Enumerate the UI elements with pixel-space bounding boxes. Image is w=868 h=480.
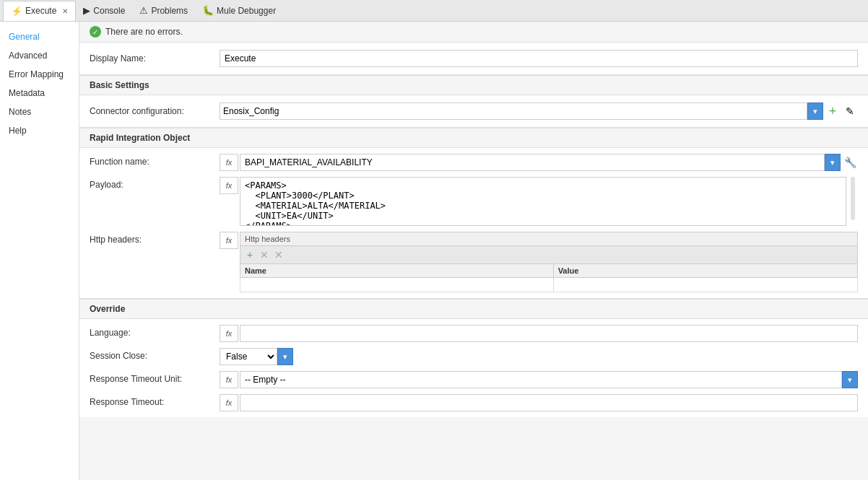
- language-fx-btn[interactable]: fx: [220, 325, 238, 342]
- basic-settings-title: Basic Settings: [79, 75, 868, 95]
- connector-config-dropdown-btn[interactable]: ▾: [807, 102, 823, 120]
- display-name-label: Display Name:: [90, 53, 220, 64]
- session-close-label: Session Close:: [90, 348, 220, 361]
- rio-title: Rapid Integration Object: [79, 128, 868, 148]
- function-name-input[interactable]: [240, 154, 825, 171]
- payload-textarea[interactable]: <PARAMS> <PLANT>3000</PLANT> <MATERIAL>A…: [240, 177, 846, 226]
- display-name-section: Display Name:: [79, 43, 868, 75]
- session-close-select[interactable]: False True: [220, 348, 277, 365]
- http-table-row: [240, 278, 858, 292]
- session-close-dropdown-btn[interactable]: ▾: [277, 348, 293, 365]
- http-table-name-cell: [240, 278, 554, 292]
- http-headers-add-btn[interactable]: +: [243, 248, 256, 261]
- connector-config-select[interactable]: Enosix_Config: [220, 102, 807, 120]
- mule-icon: 🐛: [202, 5, 214, 16]
- payload-fx-btn[interactable]: fx: [220, 177, 238, 194]
- language-input[interactable]: [240, 325, 858, 342]
- payload-label: Payload:: [90, 177, 220, 190]
- http-headers-del-btn2[interactable]: ✕: [272, 248, 285, 261]
- status-bar: ✓ There are no errors.: [79, 22, 868, 43]
- connector-config-label: Connector configuration:: [90, 106, 220, 116]
- tab-close-button[interactable]: ✕: [62, 7, 68, 15]
- sidebar-item-notes[interactable]: Notes: [0, 102, 79, 121]
- override-section: Language: fx Session Close: False True ▾: [79, 319, 868, 417]
- function-name-magic-btn[interactable]: 🔧: [842, 154, 858, 170]
- connector-config-edit-btn[interactable]: ✎: [842, 103, 858, 119]
- function-name-content: ▾ 🔧: [240, 154, 858, 171]
- response-timeout-fx-btn[interactable]: fx: [220, 394, 238, 411]
- fx-icon: fx: [226, 158, 233, 167]
- status-icon: ✓: [90, 26, 101, 38]
- payload-fx-icon: fx: [226, 181, 233, 190]
- response-timeout-unit-fx-icon: fx: [226, 375, 233, 384]
- execute-icon: ⚡: [11, 6, 22, 17]
- http-table-name-header: Name: [240, 264, 554, 278]
- tab-execute-label: Execute: [25, 6, 56, 16]
- sidebar-item-advanced[interactable]: Advanced: [0, 46, 79, 65]
- response-timeout-fx-icon: fx: [226, 398, 233, 407]
- sidebar: General Advanced Error Mapping Metadata …: [0, 22, 79, 480]
- session-close-wrapper: False True ▾: [220, 348, 293, 365]
- display-name-input[interactable]: [220, 50, 858, 67]
- sidebar-item-metadata[interactable]: Metadata: [0, 84, 79, 102]
- tab-problems[interactable]: ⚠ Problems: [132, 1, 195, 21]
- main-layout: General Advanced Error Mapping Metadata …: [0, 22, 868, 480]
- tab-mule-label: Mule Debugger: [217, 6, 276, 16]
- connector-config-row: Connector configuration: Enosix_Config ▾…: [90, 102, 858, 120]
- display-name-row: Display Name:: [90, 50, 858, 67]
- tab-console-label: Console: [93, 6, 125, 16]
- function-name-dropdown-btn[interactable]: ▾: [825, 154, 841, 171]
- tab-execute[interactable]: ⚡ Execute ✕: [3, 1, 76, 21]
- function-name-label: Function name:: [90, 154, 220, 167]
- scrollbar[interactable]: [851, 177, 855, 220]
- http-headers-toolbar: + ✕ ✕: [240, 245, 858, 263]
- language-row: Language: fx: [90, 325, 858, 342]
- response-timeout-unit-fx-btn[interactable]: fx: [220, 371, 238, 388]
- http-headers-fx-btn[interactable]: fx: [220, 232, 238, 249]
- sidebar-item-general[interactable]: General: [0, 27, 79, 46]
- http-headers-box: Http headers + ✕ ✕ Name Value: [240, 232, 858, 292]
- payload-row: Payload: fx <PARAMS> <PLANT>3000</PLANT>…: [90, 177, 858, 226]
- response-timeout-row: Response Timeout: fx: [90, 394, 858, 411]
- language-label: Language:: [90, 325, 220, 338]
- check-icon: ✓: [92, 28, 98, 36]
- tab-mule-debugger[interactable]: 🐛 Mule Debugger: [195, 1, 283, 21]
- tab-problems-label: Problems: [151, 6, 188, 16]
- language-fx-icon: fx: [226, 329, 233, 338]
- http-headers-table: Name Value: [240, 263, 858, 292]
- basic-settings-section: Connector configuration: Enosix_Config ▾…: [79, 95, 868, 128]
- http-headers-row: Http headers: fx Http headers + ✕ ✕ Name: [90, 232, 858, 292]
- http-headers-label: Http headers:: [90, 232, 220, 245]
- console-icon: ▶: [83, 5, 90, 16]
- http-headers-del-btn1[interactable]: ✕: [258, 248, 271, 261]
- http-table-value-header: Value: [553, 264, 857, 278]
- http-headers-title: Http headers: [240, 232, 858, 245]
- problems-icon: ⚠: [139, 5, 148, 16]
- status-message: There are no errors.: [105, 27, 183, 37]
- tab-console[interactable]: ▶ Console: [76, 1, 132, 21]
- rio-section: Function name: fx ▾ 🔧 Payload: fx: [79, 148, 868, 299]
- function-name-fx-btn[interactable]: fx: [220, 154, 238, 171]
- function-name-row: Function name: fx ▾ 🔧: [90, 154, 858, 171]
- response-timeout-unit-row: Response Timeout Unit: fx ▾: [90, 371, 858, 388]
- session-close-row: Session Close: False True ▾: [90, 348, 858, 365]
- connector-config-wrapper: Enosix_Config ▾ + ✎: [220, 102, 858, 120]
- response-timeout-label: Response Timeout:: [90, 394, 220, 407]
- http-table-value-cell: [553, 278, 857, 292]
- http-headers-fx-icon: fx: [226, 236, 233, 245]
- response-timeout-input[interactable]: [240, 394, 858, 411]
- response-timeout-unit-dropdown-btn[interactable]: ▾: [842, 371, 858, 388]
- tab-bar: ⚡ Execute ✕ ▶ Console ⚠ Problems 🐛 Mule …: [0, 0, 868, 22]
- connector-config-add-btn[interactable]: +: [825, 103, 841, 119]
- response-timeout-unit-wrapper: ▾: [240, 371, 858, 388]
- content-area: ✓ There are no errors. Display Name: Bas…: [79, 22, 868, 480]
- function-name-input-row: ▾ 🔧: [240, 154, 858, 171]
- override-title: Override: [79, 299, 868, 319]
- sidebar-item-help[interactable]: Help: [0, 121, 79, 140]
- response-timeout-unit-input[interactable]: [240, 371, 842, 388]
- sidebar-item-error-mapping[interactable]: Error Mapping: [0, 65, 79, 84]
- response-timeout-unit-label: Response Timeout Unit:: [90, 371, 220, 384]
